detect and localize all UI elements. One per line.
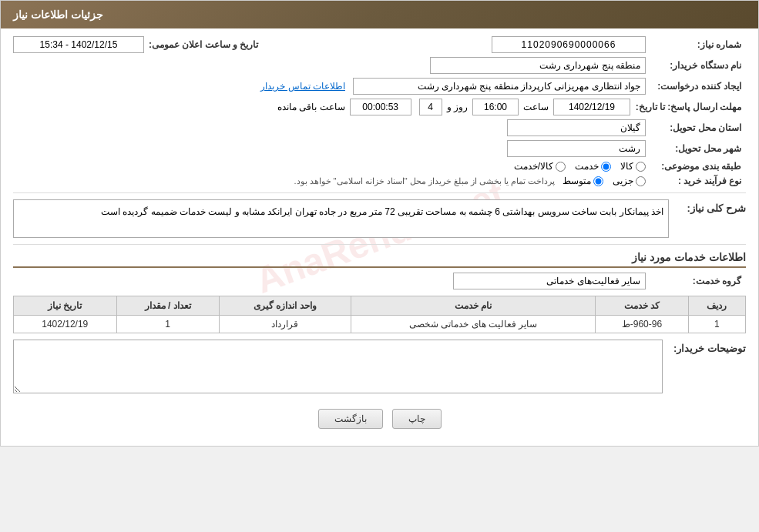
radio-kala-khedmat-label: کالا/خدمت — [514, 161, 553, 172]
row-ijad: ایجاد کننده درخواست: اطلاعات تماس خریدار — [13, 78, 746, 95]
page-title: جزئیات اطلاعات نیاز — [13, 8, 103, 21]
radio-kala-khedmat-input[interactable] — [556, 162, 566, 172]
tawzih-section: توضیحات خریدار: — [13, 340, 746, 393]
row-mohlet: مهلت ارسال پاسخ: تا تاریخ: ساعت روز و سا… — [13, 99, 746, 115]
main-content: AnaRender.net شماره نیاز: تاریخ و ساعت ا… — [1, 28, 758, 446]
table-body: 1960-96-طسایر فعالیت های خدماتی شخصیقرار… — [14, 316, 746, 333]
mohlet-rooz-input[interactable] — [419, 99, 442, 115]
shahr-label: شهر محل تحویل: — [646, 143, 746, 154]
radio-kala-label: کالا — [620, 161, 633, 172]
row-namdastgah: نام دستگاه خریدار: — [13, 57, 746, 74]
khadamat-section-title: اطلاعات خدمات مورد نیاز — [13, 251, 746, 268]
sharh-content: اخذ پیمانکار بابت ساخت سرویس بهداشتی 6 چ… — [13, 199, 669, 238]
mohlet-label: مهلت ارسال پاسخ: تا تاریخ: — [630, 102, 746, 112]
cell-nam: سایر فعالیت های خدماتی شخصی — [351, 316, 596, 333]
ijad-label: ایجاد کننده درخواست: — [646, 81, 746, 92]
row-gohro: گروه خدمت: — [13, 273, 746, 289]
col-tedad: تعداد / مقدار — [116, 296, 219, 316]
namdastgah-input[interactable] — [430, 57, 646, 74]
gohro-input[interactable] — [453, 273, 646, 289]
baqi-label: ساعت باقی مانده — [277, 102, 345, 112]
radio-kala-input[interactable] — [636, 162, 646, 172]
divider2 — [13, 244, 746, 245]
col-kod: کد خدمت — [596, 296, 688, 316]
button-row: چاپ بازگشت — [13, 400, 746, 438]
row-ostan: استان محل تحویل: — [13, 119, 746, 136]
tawzih-label: توضیحات خریدار: — [669, 340, 746, 354]
cell-tarikh: 1402/12/19 — [14, 316, 117, 333]
mohlet-date-input[interactable] — [553, 99, 630, 115]
back-button[interactable]: بازگشت — [318, 409, 383, 429]
page-container: جزئیات اطلاعات نیاز AnaRender.net شماره … — [0, 0, 759, 447]
noefrayand-label: نوع فرآیند خرید : — [646, 176, 746, 186]
row-shahr: شهر محل تحویل: — [13, 140, 746, 157]
shmarehniaz-input[interactable] — [492, 36, 646, 53]
shmarehniaz-label: شماره نیاز: — [646, 39, 746, 50]
page-header: جزئیات اطلاعات نیاز — [1, 1, 758, 28]
radio-motavaset-input[interactable] — [593, 176, 603, 186]
radio-khedmat-label: خدمت — [575, 161, 599, 172]
table-header-row: ردیف کد خدمت نام خدمت واحد اندازه گیری ت… — [14, 296, 746, 316]
cell-vahed: قرارداد — [219, 316, 351, 333]
radio-khedmat-input[interactable] — [601, 162, 611, 172]
noefrayand-note: پرداخت تمام یا بخشی از مبلغ خریداز محل "… — [294, 176, 555, 186]
col-tarikh: تاریخ نیاز — [14, 296, 117, 316]
col-radif: ردیف — [688, 296, 745, 316]
row-shmarehniaz: شماره نیاز: تاریخ و ساعت اعلان عمومی: — [13, 36, 746, 53]
sharh-section: شرح کلی نیاز: اخذ پیمانکار بابت ساخت سرو… — [13, 199, 746, 238]
rooz-label: روز و — [447, 102, 468, 112]
col-nam: نام خدمت — [351, 296, 596, 316]
tarikholan-label: تاریخ و ساعت اعلان عمومی: — [149, 39, 263, 50]
cell-tedad: 1 — [116, 316, 219, 333]
print-button[interactable]: چاپ — [392, 409, 442, 429]
row-tabaqeh: طبقه بندی موضوعی: کالا خدمت کالا/خدمت — [13, 161, 746, 172]
namdastgah-label: نام دستگاه خریدار: — [646, 60, 746, 71]
services-table-container: ردیف کد خدمت نام خدمت واحد اندازه گیری ت… — [13, 296, 746, 333]
col-vahed: واحد اندازه گیری — [219, 296, 351, 316]
ettelaat-link[interactable]: اطلاعات تماس خریدار — [260, 81, 345, 92]
radio-motavaset: متوسط — [563, 176, 603, 186]
cell-kod: 960-96-ط — [596, 316, 688, 333]
ostan-input[interactable] — [507, 119, 646, 136]
radio-motavaset-label: متوسط — [563, 176, 591, 186]
cell-radif: 1 — [688, 316, 745, 333]
services-table: ردیف کد خدمت نام خدمت واحد اندازه گیری ت… — [13, 296, 746, 333]
mohlet-saat-input[interactable] — [472, 99, 519, 115]
radio-kala: کالا — [620, 161, 646, 172]
ijad-input[interactable] — [353, 78, 646, 95]
gohro-label: گروه خدمت: — [646, 276, 746, 286]
sharh-label: شرح کلی نیاز: — [669, 199, 746, 214]
ostan-label: استان محل تحویل: — [646, 122, 746, 133]
radio-jozi: جزیی — [613, 176, 646, 186]
radio-khedmat: خدمت — [575, 161, 611, 172]
radio-jozi-label: جزیی — [613, 176, 633, 186]
radio-kala-khedmat: کالا/خدمت — [514, 161, 566, 172]
tabaqeh-radio-group: کالا خدمت کالا/خدمت — [514, 161, 646, 172]
baqi-input[interactable] — [350, 99, 411, 115]
table-head: ردیف کد خدمت نام خدمت واحد اندازه گیری ت… — [14, 296, 746, 316]
table-row: 1960-96-طسایر فعالیت های خدماتی شخصیقرار… — [14, 316, 746, 333]
noefrayand-radio-group: جزیی متوسط — [563, 176, 646, 186]
radio-jozi-input[interactable] — [636, 176, 646, 186]
shahr-input[interactable] — [507, 140, 646, 157]
saat-label: ساعت — [523, 102, 549, 112]
tawzih-textarea[interactable] — [13, 340, 663, 393]
tarikh-input[interactable] — [13, 36, 144, 53]
divider1 — [13, 192, 746, 193]
tabaqeh-label: طبقه بندی موضوعی: — [646, 161, 746, 172]
row-noefrayand: نوع فرآیند خرید : جزیی متوسط پرداخت تمام… — [13, 176, 746, 186]
